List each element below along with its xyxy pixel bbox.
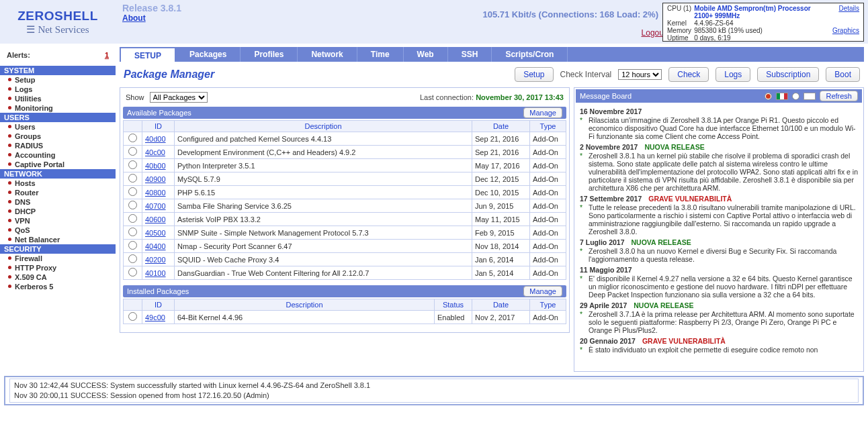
logs-button[interactable]: Logs: [715, 67, 750, 82]
row-radio[interactable]: [128, 201, 137, 209]
table-row: 40600Asterisk VoIP PBX 13.3.2May 11, 201…: [124, 213, 566, 226]
sidebar-item[interactable]: VPN: [0, 216, 116, 226]
sidebar-item[interactable]: Utilities: [0, 94, 116, 103]
tab-setup[interactable]: SETUP: [120, 47, 176, 62]
package-desc: Configured and patched Kernel Sources 4.…: [175, 132, 472, 146]
sidebar-item[interactable]: Captive Portal: [0, 160, 116, 169]
sidebar-item[interactable]: Net Balancer: [0, 235, 116, 244]
sidebar-item[interactable]: RADIUS: [0, 141, 116, 150]
tab-scripts-cron[interactable]: Scripts/Cron: [492, 47, 568, 62]
sidebar-item[interactable]: Setup: [0, 75, 116, 85]
package-id-link[interactable]: 40d00: [145, 135, 166, 143]
tab-web[interactable]: Web: [404, 47, 448, 62]
package-desc: DansGuardian - True Web Content Filterin…: [175, 266, 472, 280]
sidebar-item[interactable]: HTTP Proxy: [0, 263, 116, 272]
package-desc: SNMP Suite - Simple Network Management P…: [175, 226, 472, 240]
mem-label: Memory: [666, 27, 693, 34]
uptime-value: 0 days, 6:19: [693, 34, 831, 42]
package-id-link[interactable]: 40200: [145, 256, 166, 264]
package-id-link[interactable]: 40b00: [145, 162, 166, 170]
package-date: May 17, 2016: [472, 159, 530, 172]
package-id-link[interactable]: 49c00: [145, 313, 165, 321]
lang-en-radio[interactable]: [792, 93, 799, 100]
message-item: Tutte le release precedenti la 3.8.0 ris…: [580, 203, 858, 236]
row-radio[interactable]: [128, 134, 137, 142]
table-row: 40200SQUID - Web Cache Proxy 3.4Jan 6, 2…: [124, 253, 566, 266]
tab-network[interactable]: Network: [298, 47, 357, 62]
row-radio[interactable]: [128, 214, 137, 223]
sidebar-item[interactable]: Accounting: [0, 150, 116, 160]
sidebar-item[interactable]: Users: [0, 122, 116, 132]
package-id-link[interactable]: 40900: [145, 175, 166, 183]
title-bar: Package Manager Setup Check Interval 12 …: [120, 62, 864, 87]
sidebar-item[interactable]: Groups: [0, 132, 116, 141]
package-date: Nov 18, 2014: [472, 240, 530, 253]
row-radio[interactable]: [128, 187, 137, 196]
lang-it-radio[interactable]: [765, 93, 772, 100]
check-button[interactable]: Check: [668, 67, 709, 82]
details-link[interactable]: Details: [838, 5, 859, 12]
package-date: Jan 6, 2014: [472, 253, 530, 266]
row-radio[interactable]: [128, 254, 137, 263]
message-date: 29 Aprile 2017NUOVA RELEASE: [580, 301, 858, 309]
sidebar-item[interactable]: Monitoring: [0, 103, 116, 113]
package-id-link[interactable]: 40700: [145, 202, 166, 210]
package-id-link[interactable]: 40500: [145, 229, 166, 237]
refresh-button[interactable]: Refresh: [820, 91, 858, 101]
about-link[interactable]: About: [122, 13, 146, 23]
package-type: Add-On: [530, 146, 566, 159]
installed-table: ID Description Status Date Type 49c0064-…: [123, 299, 566, 324]
package-id-link[interactable]: 40100: [145, 269, 166, 277]
sidebar-item[interactable]: QoS: [0, 226, 116, 235]
message-date: 2 Novembre 2017NUOVA RELEASE: [580, 143, 858, 151]
package-desc: Samba File Sharing Service 3.6.25: [175, 199, 472, 213]
sidebar-item[interactable]: X.509 CA: [0, 272, 116, 282]
tab-ssh[interactable]: SSH: [448, 47, 492, 62]
show-select[interactable]: All Packages: [150, 92, 208, 103]
package-id-link[interactable]: 40400: [145, 242, 166, 250]
log-line: Nov 30 20:00,11 SUCCESS: Session opened …: [14, 391, 854, 401]
package-date: Nov 2, 2017: [472, 311, 530, 324]
message-board-body[interactable]: 16 Novembre 2017Rilasciata un'immagine d…: [576, 103, 862, 370]
available-manage-button[interactable]: Manage: [523, 107, 562, 118]
row-radio[interactable]: [128, 241, 137, 250]
row-radio[interactable]: [128, 228, 137, 236]
installed-manage-button[interactable]: Manage: [523, 286, 562, 297]
sidebar-item[interactable]: DNS: [0, 197, 116, 207]
tab-time[interactable]: Time: [357, 47, 404, 62]
row-radio[interactable]: [128, 174, 137, 183]
row-radio[interactable]: [128, 147, 137, 156]
installed-header: Installed Packages Manage: [123, 285, 566, 297]
table-row: 40900MySQL 5.7.9Dec 12, 2015Add-On: [124, 172, 566, 186]
check-interval-select[interactable]: 12 hours: [618, 69, 662, 80]
package-id-link[interactable]: 40600: [145, 215, 166, 224]
sidebar-item[interactable]: Hosts: [0, 179, 116, 188]
setup-button[interactable]: Setup: [515, 67, 553, 82]
message-board: Message Board Refresh 16 Novembre 2017Ri…: [574, 87, 864, 372]
message-date: 17 Settembre 2017GRAVE VULNERABILITÀ: [580, 195, 858, 203]
alerts-count[interactable]: 1: [105, 51, 109, 59]
sidebar-item[interactable]: DHCP: [0, 207, 116, 216]
sidebar-item[interactable]: Firewall: [0, 254, 116, 263]
logo-sub: ☰Net Services: [26, 23, 89, 36]
boot-button[interactable]: Boot: [826, 67, 860, 82]
message-item: Rilasciata un'immagine di Zeroshell 3.8.…: [580, 116, 858, 140]
package-id-link[interactable]: 40c00: [145, 148, 165, 156]
main: SETUPPackagesProfilesNetworkTimeWebSSHSc…: [116, 44, 868, 372]
tab-profiles[interactable]: Profiles: [241, 47, 298, 62]
sidebar-item[interactable]: Kerberos 5: [0, 282, 116, 291]
subscription-button[interactable]: Subscription: [757, 67, 819, 82]
message-item: Zeroshell 3.8.1 ha un kernel più stabile…: [580, 152, 858, 192]
row-radio[interactable]: [128, 268, 137, 277]
package-desc: MySQL 5.7.9: [175, 172, 472, 186]
package-id-link[interactable]: 40800: [145, 189, 166, 197]
package-type: Add-On: [530, 213, 566, 226]
sidebar-item[interactable]: Router: [0, 188, 116, 197]
row-radio[interactable]: [128, 160, 137, 169]
flag-en-icon: [804, 93, 816, 100]
package-date: Dec 12, 2015: [472, 172, 530, 186]
row-radio[interactable]: [128, 312, 137, 321]
sidebar-item[interactable]: Logs: [0, 85, 116, 94]
graphics-link[interactable]: Graphics: [832, 27, 859, 34]
tab-packages[interactable]: Packages: [176, 47, 241, 62]
